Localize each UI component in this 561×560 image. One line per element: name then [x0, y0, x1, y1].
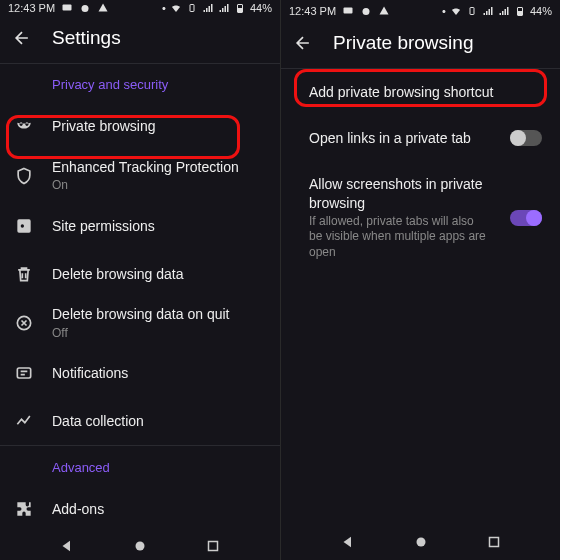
- signal-icon-2: [498, 5, 510, 17]
- row-sub: Off: [52, 326, 266, 342]
- status-time: 12:43 PM: [289, 5, 336, 17]
- warning-icon: [378, 5, 390, 17]
- nav-home-icon[interactable]: [131, 537, 149, 555]
- header: Settings: [0, 17, 280, 63]
- back-icon[interactable]: [12, 28, 32, 48]
- vibrate-icon: [466, 5, 478, 17]
- page-title: Private browsing: [333, 32, 473, 54]
- warning-icon: [97, 2, 109, 14]
- permissions-icon: [14, 216, 34, 236]
- row-data-collection[interactable]: Data collection: [0, 397, 280, 445]
- svg-point-1: [82, 5, 89, 12]
- svg-point-9: [135, 542, 144, 551]
- row-tracking-protection[interactable]: Enhanced Tracking Protection On: [0, 150, 280, 201]
- shield-icon: [14, 166, 34, 186]
- row-label: Allow screenshots in private browsing: [309, 175, 490, 211]
- row-addons[interactable]: Add-ons: [0, 485, 280, 533]
- row-open-links-private[interactable]: Open links in a private tab: [281, 115, 560, 161]
- notifications-icon: [14, 363, 34, 383]
- signal-icon-2: [218, 2, 230, 14]
- battery-pct: 44%: [250, 2, 272, 14]
- svg-point-6: [21, 224, 24, 227]
- nav-recent-icon[interactable]: [485, 533, 503, 551]
- page-title: Settings: [52, 27, 121, 49]
- puzzle-icon: [14, 499, 34, 519]
- signal-icon: [482, 5, 494, 17]
- row-sub: If allowed, private tabs will also be vi…: [309, 214, 490, 261]
- wifi-icon: [450, 5, 462, 17]
- nav-bar: [281, 524, 560, 560]
- status-time: 12:43 PM: [8, 2, 55, 14]
- row-delete-data[interactable]: Delete browsing data: [0, 250, 280, 298]
- private-browsing-screen: 12:43 PM • 44% Private browsing Add priv…: [280, 0, 560, 560]
- chart-icon: [14, 411, 34, 431]
- wifi-icon: [170, 2, 182, 14]
- nav-bar: [0, 533, 280, 560]
- battery-icon: [514, 5, 526, 17]
- row-label: Add private browsing shortcut: [309, 83, 536, 101]
- row-label: Site permissions: [52, 217, 266, 235]
- trash-icon: [14, 264, 34, 284]
- row-sub: On: [52, 178, 266, 194]
- svg-point-16: [416, 538, 425, 547]
- row-label: Add-ons: [52, 500, 266, 518]
- svg-rect-11: [344, 8, 353, 14]
- row-label: Delete browsing data on quit: [52, 305, 266, 323]
- status-bar: 12:43 PM • 44%: [281, 0, 560, 22]
- nav-home-icon[interactable]: [412, 533, 430, 551]
- row-delete-on-quit[interactable]: Delete browsing data on quit Off: [0, 298, 280, 349]
- svg-rect-13: [470, 8, 474, 15]
- header: Private browsing: [281, 22, 560, 68]
- mask-icon: [14, 116, 34, 136]
- signal-icon: [202, 2, 214, 14]
- nav-recent-icon[interactable]: [204, 537, 222, 555]
- alarm-icon: [79, 2, 91, 14]
- toggle-open-links[interactable]: [510, 130, 542, 146]
- section-advanced: Advanced: [0, 446, 280, 485]
- nav-back-icon[interactable]: [58, 537, 76, 555]
- battery-icon: [234, 2, 246, 14]
- row-label: Delete browsing data: [52, 265, 266, 283]
- svg-rect-8: [17, 368, 30, 378]
- svg-rect-2: [190, 5, 194, 12]
- section-privacy: Privacy and security: [0, 63, 280, 102]
- back-icon[interactable]: [293, 33, 313, 53]
- battery-pct: 44%: [530, 5, 552, 17]
- row-label: Open links in a private tab: [309, 129, 490, 147]
- close-circle-icon: [14, 313, 34, 333]
- dot-icon: •: [162, 2, 166, 14]
- svg-rect-17: [489, 538, 498, 547]
- svg-rect-15: [518, 12, 521, 15]
- svg-rect-4: [238, 9, 241, 12]
- message-icon: [342, 5, 354, 17]
- svg-rect-10: [209, 542, 218, 551]
- row-site-permissions[interactable]: Site permissions: [0, 202, 280, 250]
- row-label: Enhanced Tracking Protection: [52, 158, 266, 176]
- nav-back-icon[interactable]: [339, 533, 357, 551]
- row-private-browsing[interactable]: Private browsing: [0, 102, 280, 150]
- row-notifications[interactable]: Notifications: [0, 349, 280, 397]
- svg-rect-0: [63, 5, 72, 11]
- message-icon: [61, 2, 73, 14]
- toggle-screenshots[interactable]: [510, 210, 542, 226]
- row-label: Private browsing: [52, 117, 266, 135]
- settings-screen: 12:43 PM •: [0, 0, 280, 560]
- row-allow-screenshots[interactable]: Allow screenshots in private browsing If…: [281, 161, 560, 274]
- row-add-shortcut[interactable]: Add private browsing shortcut: [281, 69, 560, 115]
- row-label: Notifications: [52, 364, 266, 382]
- dot-icon: •: [442, 5, 446, 17]
- status-bar: 12:43 PM •: [0, 0, 280, 17]
- svg-point-12: [363, 8, 370, 15]
- alarm-icon: [360, 5, 372, 17]
- row-label: Data collection: [52, 412, 266, 430]
- vibrate-icon: [186, 2, 198, 14]
